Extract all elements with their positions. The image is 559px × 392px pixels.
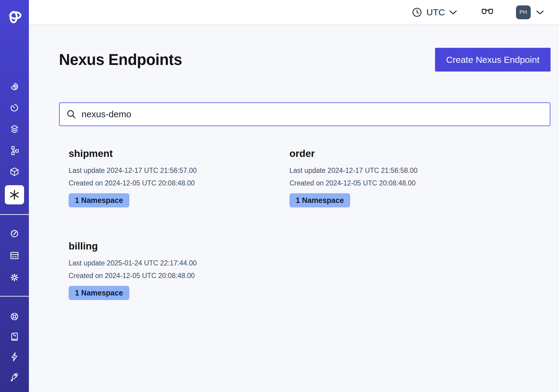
window-icon[interactable] (7, 248, 22, 263)
gear-icon[interactable] (7, 270, 22, 285)
endpoint-created-on: Created on 2024-12-05 UTC 20:08:48.00 (69, 269, 289, 282)
endpoint-last-update: Last update 2024-12-17 UTC 21:56:57.00 (69, 164, 289, 177)
sidebar-divider (0, 214, 29, 215)
endpoint-created-on: Created on 2024-12-05 UTC 20:08:48.00 (69, 177, 289, 189)
gauge-icon[interactable] (7, 226, 22, 241)
endpoint-grid: shipment Last update 2024-12-17 UTC 21:5… (69, 148, 551, 300)
endpoint-name[interactable]: shipment (69, 148, 289, 159)
main-content: Nexus Endpoints Create Nexus Endpoint sh… (29, 26, 559, 392)
endpoint-name[interactable]: billing (69, 240, 289, 252)
endpoint-card[interactable]: order Last update 2024-12-17 UTC 21:56:5… (289, 148, 510, 207)
endpoint-last-update: Last update 2025-01-24 UTC 22:17:44.00 (69, 257, 289, 269)
create-nexus-endpoint-button[interactable]: Create Nexus Endpoint (435, 48, 551, 72)
lightning-icon[interactable] (7, 350, 22, 364)
page-title: Nexus Endpoints (59, 51, 182, 69)
avatar[interactable]: PH (516, 5, 531, 19)
search-box (59, 102, 551, 126)
sidebar-divider (0, 296, 29, 297)
search-input[interactable] (76, 103, 550, 125)
clock-dial-icon[interactable] (7, 101, 22, 115)
endpoint-card[interactable]: billing Last update 2025-01-24 UTC 22:17… (69, 240, 289, 300)
namespace-badge: 1 Namespace (69, 193, 129, 207)
clock-icon (412, 7, 422, 17)
namespace-badge: 1 Namespace (289, 193, 350, 207)
glasses-icon[interactable] (481, 8, 494, 17)
book-icon[interactable] (7, 329, 22, 344)
layers-icon[interactable] (7, 122, 22, 136)
endpoint-created-on: Created on 2024-12-05 UTC 20:08:48.00 (289, 177, 510, 189)
rocket-icon[interactable] (7, 370, 22, 384)
timezone-label: UTC (426, 7, 445, 17)
endpoint-card[interactable]: shipment Last update 2024-12-17 UTC 21:5… (69, 148, 289, 207)
endpoint-name[interactable]: order (289, 148, 510, 159)
sidebar (0, 0, 29, 392)
cube-icon[interactable] (7, 165, 22, 179)
lifebuoy-icon[interactable] (7, 309, 22, 324)
search-icon (66, 109, 76, 119)
timezone-selector[interactable]: UTC (412, 7, 457, 17)
chevron-down-icon (536, 10, 544, 15)
namespace-badge: 1 Namespace (69, 286, 129, 300)
top-header: UTC PH (29, 0, 559, 25)
chevron-down-icon (449, 10, 457, 15)
temporal-logo[interactable] (6, 8, 23, 25)
spiral-icon[interactable] (7, 79, 22, 94)
endpoint-last-update: Last update 2024-12-17 UTC 21:56:58.00 (289, 164, 510, 177)
asterisk-icon[interactable] (5, 185, 24, 204)
user-menu[interactable]: PH (516, 5, 544, 19)
nodes-icon[interactable] (7, 143, 22, 158)
